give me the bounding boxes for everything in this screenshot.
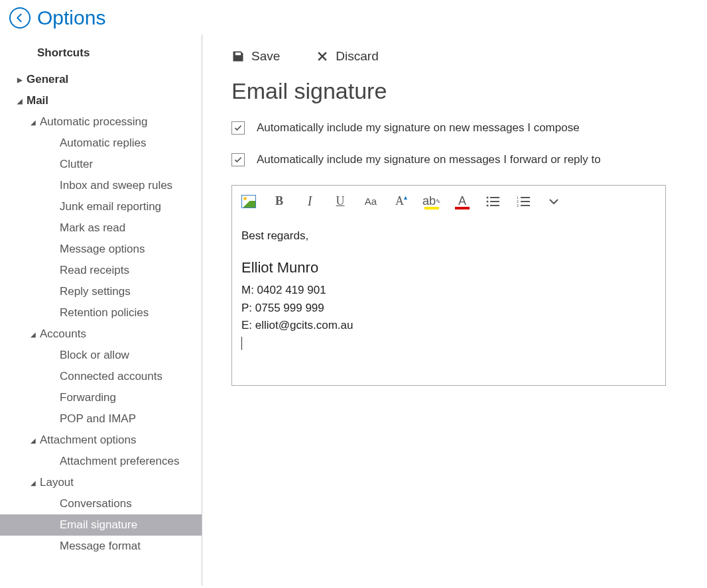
svg-rect-1 (490, 197, 499, 198)
sidebar-item-label: Mail (27, 94, 48, 107)
sidebar-item[interactable]: POP and IMAP (0, 408, 202, 430)
sidebar-layout[interactable]: ◢ Layout (0, 472, 202, 493)
more-options-button[interactable] (546, 198, 561, 205)
svg-rect-7 (521, 197, 530, 198)
sidebar-mail[interactable]: ◢ Mail (0, 90, 202, 111)
bullet-list-icon (486, 196, 499, 207)
signature-text-area[interactable]: Best regards, Elliot Munro M: 0402 419 9… (232, 215, 665, 385)
font-color-button[interactable]: A (455, 194, 470, 208)
sidebar-item[interactable]: Junk email reporting (0, 196, 202, 217)
discard-label: Discard (336, 49, 378, 64)
sidebar-item[interactable]: Forwarding (0, 387, 202, 408)
sidebar-auto-processing[interactable]: ◢ Automatic processing (0, 111, 202, 133)
sidebar-item[interactable]: Connected accounts (0, 366, 202, 387)
sidebar-general[interactable]: ▶ General (0, 69, 202, 90)
action-toolbar: Save Discard (231, 49, 680, 64)
checkbox-include-reply: Automatically include my signature on me… (231, 153, 680, 166)
checkbox-label: Automatically include my signature on me… (257, 153, 601, 166)
sidebar-item[interactable]: Retention policies (0, 302, 202, 323)
underline-button[interactable]: U (333, 194, 348, 208)
image-icon (241, 195, 256, 208)
sidebar-item[interactable]: Automatic replies (0, 133, 202, 154)
signature-mobile: M: 0402 419 901 (241, 282, 656, 299)
italic-button[interactable]: I (302, 194, 317, 209)
options-header: Options (0, 0, 707, 34)
chevron-down-icon: ◢ (31, 437, 38, 444)
sidebar-item[interactable]: Inbox and sweep rules (0, 175, 202, 196)
signature-phone: P: 0755 999 999 (241, 300, 656, 317)
sidebar-item[interactable]: Mark as read (0, 217, 202, 239)
number-list-button[interactable]: 123 (516, 196, 531, 207)
close-icon (316, 50, 329, 63)
main-content: Save Discard Email signature Automatical… (202, 34, 707, 585)
sidebar-shortcuts[interactable]: Shortcuts (0, 46, 202, 60)
signature-email: E: elliot@gcits.com.au (241, 317, 656, 334)
svg-text:3: 3 (517, 204, 519, 207)
save-button[interactable]: Save (231, 49, 280, 64)
page-header-title: Options (37, 7, 105, 29)
chevron-right-icon: ▶ (17, 76, 25, 84)
checkmark-icon (233, 155, 243, 164)
bold-button[interactable]: B (272, 194, 287, 208)
bullet-list-button[interactable] (485, 196, 500, 207)
chevron-down-icon: ◢ (31, 331, 38, 338)
svg-point-0 (487, 196, 489, 198)
signature-name: Elliot Munro (241, 257, 656, 279)
sidebar: Shortcuts ▶ General ◢ Mail ◢ Automatic p… (0, 34, 202, 585)
sidebar-item-email-signature[interactable]: Email signature (0, 514, 202, 536)
svg-point-4 (487, 204, 489, 206)
svg-rect-11 (521, 205, 530, 206)
chevron-down-icon: ◢ (17, 97, 25, 105)
sidebar-item[interactable]: Reply settings (0, 281, 202, 302)
sidebar-item[interactable]: Attachment preferences (0, 451, 202, 472)
save-label: Save (251, 49, 280, 64)
svg-rect-5 (490, 205, 499, 206)
checkbox-include-new: Automatically include my signature on ne… (231, 121, 680, 135)
highlight-button[interactable]: ab✎ (424, 194, 439, 208)
svg-rect-9 (521, 201, 530, 202)
sidebar-accounts[interactable]: ◢ Accounts (0, 323, 202, 345)
sidebar-item-label: Automatic processing (40, 115, 148, 129)
checkbox[interactable] (231, 153, 245, 166)
sidebar-item[interactable]: Read receipts (0, 260, 202, 281)
signature-greeting: Best regards, (241, 227, 656, 245)
text-cursor (241, 337, 242, 350)
sidebar-item-label: Attachment options (40, 434, 137, 447)
svg-point-2 (487, 200, 489, 202)
signature-editor: B I U Aa A▴ ab✎ A 123 Best regards, (231, 185, 666, 386)
back-button[interactable] (9, 7, 31, 29)
discard-button[interactable]: Discard (316, 49, 378, 64)
sidebar-attachment[interactable]: ◢ Attachment options (0, 430, 202, 451)
sidebar-item[interactable]: Message format (0, 536, 202, 557)
chevron-down-icon (548, 198, 559, 205)
font-size-button[interactable]: A▴ (394, 194, 409, 208)
sidebar-item-label: General (27, 73, 68, 86)
chevron-down-icon: ◢ (31, 119, 38, 126)
insert-image-button[interactable] (241, 195, 256, 208)
number-list-icon: 123 (517, 196, 530, 207)
checkmark-icon (233, 123, 243, 133)
svg-rect-3 (490, 201, 499, 202)
checkbox[interactable] (231, 121, 245, 135)
sidebar-item-label: Layout (40, 476, 74, 489)
save-icon (231, 50, 245, 63)
editor-toolbar: B I U Aa A▴ ab✎ A 123 (232, 186, 665, 215)
sidebar-item-label: Accounts (40, 327, 86, 341)
sidebar-item[interactable]: Message options (0, 239, 202, 260)
font-family-button[interactable]: Aa (363, 196, 378, 207)
page-title: Email signature (231, 78, 680, 104)
sidebar-item[interactable]: Clutter (0, 154, 202, 175)
checkbox-label: Automatically include my signature on ne… (257, 121, 580, 135)
sidebar-item[interactable]: Conversations (0, 493, 202, 514)
sidebar-item[interactable]: Block or allow (0, 345, 202, 366)
chevron-down-icon: ◢ (31, 479, 38, 487)
